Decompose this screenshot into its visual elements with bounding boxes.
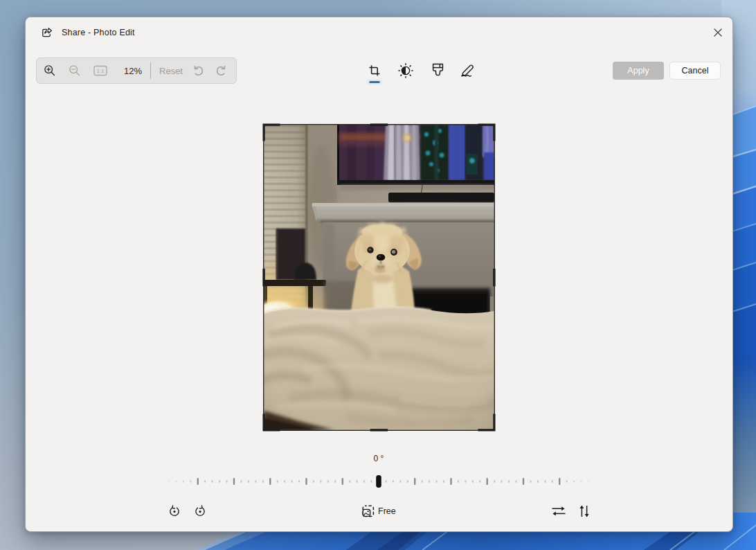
svg-text:1:1: 1:1 [96, 68, 105, 74]
